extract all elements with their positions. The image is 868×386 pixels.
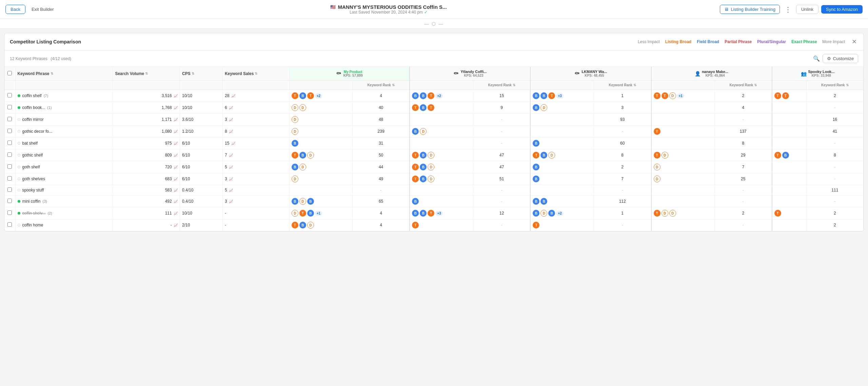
badge-B: B <box>533 198 539 205</box>
row-checkbox-6[interactable] <box>7 164 12 169</box>
trend-icon: 📈 <box>229 177 233 181</box>
trend-icon: 📈 <box>174 200 178 203</box>
row-checkbox-7[interactable] <box>7 176 12 181</box>
my-badges-cell: D <box>289 126 352 137</box>
keyword-cell: bat shelf <box>15 137 113 149</box>
unlink-button[interactable]: Unlink <box>796 5 818 14</box>
keyword-dot <box>18 118 20 121</box>
badge-D: D <box>548 152 555 159</box>
extra-badge: +1 <box>315 211 322 216</box>
c2-badges-cell <box>530 114 594 126</box>
cps-header[interactable]: CPS ⇅ <box>180 67 223 80</box>
row-checkbox-8[interactable] <box>7 187 12 192</box>
select-all-checkbox[interactable] <box>7 71 12 75</box>
badge-B: B <box>299 92 306 99</box>
c3-rank-cell: - <box>714 185 772 196</box>
keyword-dot <box>18 154 20 157</box>
keyword-text: bat shelf <box>22 141 38 146</box>
badge-B: B <box>292 198 298 205</box>
more-options-button[interactable]: ⋮ <box>783 4 793 15</box>
c1-badges-subheader <box>410 80 473 90</box>
search-button[interactable]: 🔍 <box>813 55 820 62</box>
badge-B: B <box>299 152 306 159</box>
keyword-sales-cell: 8 📈 <box>222 126 289 137</box>
keyword-rank-header-4[interactable]: Keyword Rank ⇅ <box>806 80 863 90</box>
c2-rank-cell: 60 <box>594 137 651 149</box>
row-checkbox-3[interactable] <box>7 129 12 133</box>
row-checkbox-2[interactable] <box>7 117 12 121</box>
rank-value: 112 <box>619 199 626 204</box>
keyword-phrase-header[interactable]: Keyword Phrase ⇅ <box>15 67 113 80</box>
rank-value: 4 <box>380 223 382 227</box>
trend-icon: 📈 <box>174 212 178 215</box>
c1-rank-cell: - <box>473 126 530 137</box>
top-bar-center: 🇺🇸 MANNY'S MYSTERIOUS ODDITIES Coffin S.… <box>330 4 447 15</box>
c1-rank-cell: - <box>473 219 530 231</box>
badge-B: B <box>307 210 314 217</box>
keyword-cell: coffin home <box>15 219 113 231</box>
cps-sort[interactable]: CPS ⇅ <box>182 71 194 76</box>
keyword-rank-header-1[interactable]: Keyword Rank ⇅ <box>473 80 530 90</box>
badges-row: D <box>292 128 350 135</box>
row-checkbox-9[interactable] <box>7 199 12 203</box>
badges-row: T <box>774 210 804 217</box>
listing-builder-training-button[interactable]: 🖥 Listing Builder Training <box>720 5 780 14</box>
sort-arrow-icon: ⇅ <box>192 72 194 75</box>
keyword-rank-header-0[interactable]: Keyword Rank ⇅ <box>352 80 410 90</box>
my-rank-cell: 4 <box>352 219 410 231</box>
badge-T: T <box>533 152 539 159</box>
badges-row: BBT+3 <box>533 92 591 99</box>
back-button[interactable]: Back <box>5 5 25 14</box>
cps-cell: 0.4/10 <box>180 185 223 196</box>
competitor-4-kps: KPS: 33,948 <box>808 74 834 77</box>
trend-icon: 📈 <box>229 106 233 110</box>
exit-builder-button[interactable]: Exit Builder <box>28 5 57 14</box>
search-volume-header[interactable]: Search Volume ⇅ <box>113 67 180 80</box>
search-volume-cell: 492 📈 <box>113 196 180 207</box>
page-title: MANNY'S MYSTERIOUS ODDITIES Coffin S... <box>338 4 447 10</box>
keyword-sales-header[interactable]: Keyword Sales ⇅ <box>222 67 289 80</box>
sync-to-amazon-button[interactable]: Sync to Amazon <box>821 5 863 14</box>
row-checkbox-10[interactable] <box>7 210 12 215</box>
row-checkbox-cell <box>4 102 15 114</box>
c1-badges-cell: BBT+2 <box>410 90 473 102</box>
settings-icon: ⚙ <box>827 56 831 61</box>
badge-T: T <box>428 104 434 111</box>
keyword-dot <box>18 178 20 180</box>
close-panel-button[interactable]: ✕ <box>850 37 858 46</box>
rank-value: 1 <box>621 93 624 98</box>
c3-rank-cell: 25 <box>714 173 772 185</box>
rank-value: 2 <box>621 165 624 169</box>
badge-D: D <box>292 104 298 111</box>
c4-rank-cell: - <box>806 173 863 185</box>
rank-value: 31 <box>379 141 383 146</box>
table-wrapper[interactable]: Keyword Phrase ⇅ Search Volume ⇅ CPS <box>4 67 864 231</box>
search-volume-sort[interactable]: Search Volume ⇅ <box>115 71 148 76</box>
row-checkbox-0[interactable] <box>7 93 12 97</box>
keyword-dot <box>18 224 20 226</box>
rank-value: 239 <box>378 129 384 134</box>
keyword-rank-header-3[interactable]: Keyword Rank ⇅ <box>714 80 772 90</box>
row-checkbox-cell <box>4 196 15 207</box>
c2-badges-cell: B <box>530 161 594 173</box>
my-badges-cell: DD <box>289 102 352 114</box>
my-rank-cell: 65 <box>352 196 410 207</box>
select-all-header <box>4 67 15 80</box>
rank-dash: - <box>834 177 835 181</box>
row-checkbox-4[interactable] <box>7 141 12 145</box>
row-checkbox-5[interactable] <box>7 152 12 157</box>
table-row: coffin book... (1) 1,768 📈 10/10 6 📈 DD … <box>4 102 864 114</box>
row-checkbox-1[interactable] <box>7 105 12 109</box>
rank-dash: - <box>834 105 835 110</box>
row-checkbox-cell <box>4 185 15 196</box>
keyword-sales-sort[interactable]: Keyword Sales ⇅ <box>225 71 257 76</box>
c3-rank-cell: 2 <box>714 90 772 102</box>
keyword-sales-cell: - <box>222 207 289 219</box>
competitor-2-header: ⚰ LKMANY Wa... KPS: 48,455 <box>530 67 651 80</box>
row-checkbox-11[interactable] <box>7 222 12 227</box>
keyword-phrase-sort[interactable]: Keyword Phrase ⇅ <box>18 71 53 76</box>
customize-button[interactable]: ⚙ Customize <box>823 54 858 63</box>
keyword-dot <box>18 94 20 97</box>
rank-value: 29 <box>741 153 745 158</box>
keyword-rank-header-2[interactable]: Keyword Rank ⇅ <box>594 80 651 90</box>
